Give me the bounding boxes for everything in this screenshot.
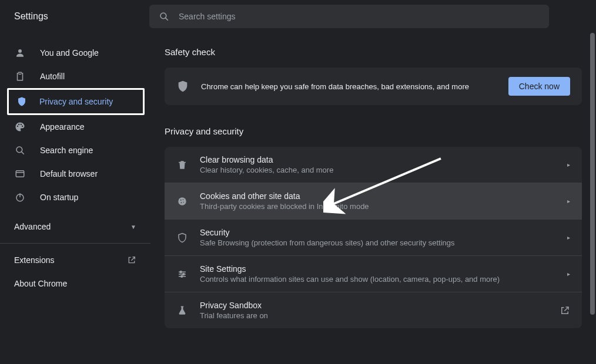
chevron-right-icon: ▸: [567, 198, 570, 204]
row-privacy-sandbox[interactable]: Privacy Sandbox Trial features are on: [165, 292, 582, 328]
shield-icon: [16, 96, 28, 107]
shield-outline-icon: [176, 232, 188, 244]
svg-point-12: [181, 202, 182, 203]
privacy-list: Clear browsing data Clear history, cooki…: [165, 147, 582, 328]
row-subtitle: Trial features are on: [200, 311, 560, 320]
sidebar-item-appearance[interactable]: Appearance: [0, 115, 150, 139]
sidebar-item-autofill[interactable]: Autofill: [0, 65, 150, 88]
row-title: Clear browsing data: [200, 155, 567, 164]
magnifier-icon: [14, 144, 26, 156]
safety-check-card: Chrome can help keep you safe from data …: [165, 68, 582, 105]
svg-rect-5: [16, 171, 24, 177]
sidebar-item-about-chrome[interactable]: About Chrome: [0, 272, 150, 295]
svg-point-9: [178, 197, 186, 205]
svg-point-11: [183, 199, 184, 200]
svg-point-0: [160, 13, 166, 19]
sidebar-advanced-toggle[interactable]: Advanced ▼: [0, 215, 150, 238]
sidebar-item-label: Default browser: [40, 169, 98, 178]
svg-point-19: [181, 275, 183, 277]
sidebar-item-search-engine[interactable]: Search engine: [0, 139, 150, 162]
trash-icon: [176, 159, 188, 171]
top-bar: Settings: [0, 0, 596, 33]
sidebar-item-privacy-and-security[interactable]: Privacy and security: [9, 90, 143, 113]
row-title: Cookies and other site data: [200, 191, 567, 201]
safety-check-text: Chrome can help keep you safe from data …: [201, 82, 508, 91]
row-title: Privacy Sandbox: [200, 301, 560, 310]
sidebar-item-label: Autofill: [40, 72, 65, 81]
sidebar-item-label: Search engine: [40, 146, 93, 155]
chevron-right-icon: ▸: [567, 271, 570, 277]
sidebar-item-label: Privacy and security: [39, 97, 113, 106]
svg-line-1: [165, 18, 168, 20]
chevron-right-icon: ▸: [567, 234, 570, 241]
flask-icon: [176, 305, 188, 316]
sliders-icon: [176, 268, 188, 280]
row-security[interactable]: Security Safe Browsing (protection from …: [165, 220, 582, 256]
privacy-heading: Privacy and security: [165, 126, 582, 136]
row-subtitle: Controls what information sites can use …: [200, 275, 567, 284]
search-icon: [159, 11, 169, 22]
palette-icon: [14, 121, 26, 133]
cookie-icon: [176, 196, 188, 207]
sidebar-item-label: Appearance: [40, 122, 85, 132]
about-label: About Chrome: [14, 279, 67, 288]
search-input[interactable]: [179, 12, 540, 21]
row-subtitle: Clear history, cookies, cache, and more: [200, 166, 567, 174]
chevron-right-icon: ▸: [567, 161, 570, 168]
search-container[interactable]: [149, 5, 549, 28]
sidebar-divider: [0, 243, 150, 244]
main-content: Safety check Chrome can help keep you sa…: [150, 33, 596, 364]
clipboard-icon: [14, 70, 26, 82]
row-title: Site Settings: [200, 264, 567, 274]
shield-check-icon: [176, 80, 189, 93]
sidebar-item-on-startup[interactable]: On startup: [0, 186, 150, 209]
row-subtitle: Safe Browsing (protection from dangerous…: [200, 238, 567, 247]
check-now-button[interactable]: Check now: [508, 77, 570, 96]
advanced-label: Advanced: [14, 222, 51, 231]
svg-point-2: [18, 49, 22, 53]
sidebar-highlight-box: Privacy and security: [7, 88, 145, 115]
page-title: Settings: [14, 11, 149, 22]
svg-point-3: [16, 147, 22, 153]
sidebar-item-label: You and Google: [40, 48, 99, 58]
person-icon: [14, 47, 26, 59]
svg-line-4: [21, 151, 24, 154]
sidebar-item-default-browser[interactable]: Default browser: [0, 162, 150, 186]
sidebar-item-you-and-google[interactable]: You and Google: [0, 41, 150, 65]
power-icon: [14, 191, 26, 203]
open-external-icon: [127, 255, 136, 265]
open-external-icon: [560, 305, 570, 316]
row-site-settings[interactable]: Site Settings Controls what information …: [165, 256, 582, 292]
extensions-label: Extensions: [14, 255, 54, 265]
row-subtitle: Third-party cookies are blocked in Incog…: [200, 202, 567, 211]
chevron-down-icon: ▼: [130, 224, 136, 230]
row-clear-browsing-data[interactable]: Clear browsing data Clear history, cooki…: [165, 147, 582, 183]
svg-point-13: [183, 201, 185, 203]
safety-check-heading: Safety check: [165, 47, 582, 57]
sidebar-item-extensions[interactable]: Extensions: [0, 248, 150, 272]
svg-point-17: [183, 273, 185, 275]
browser-icon: [14, 168, 26, 180]
row-cookies-and-site-data[interactable]: Cookies and other site data Third-party …: [165, 183, 582, 220]
svg-point-15: [180, 271, 182, 272]
scrollbar-thumb[interactable]: [590, 33, 595, 315]
sidebar: You and Google Autofill Privacy and secu…: [0, 33, 150, 364]
row-title: Security: [200, 228, 567, 237]
sidebar-item-label: On startup: [40, 193, 78, 202]
svg-point-10: [180, 199, 182, 200]
